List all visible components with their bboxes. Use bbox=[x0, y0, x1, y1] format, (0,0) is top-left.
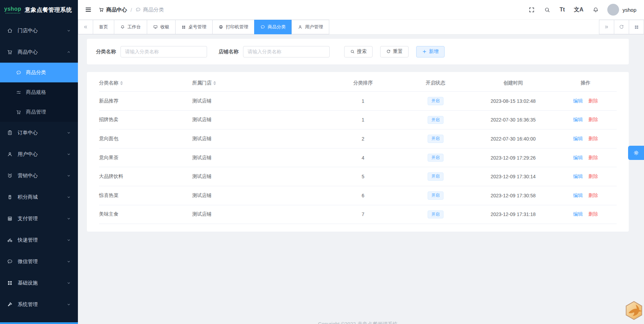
sidebar-item-wechat-manage[interactable]: 微信管理 bbox=[0, 251, 78, 272]
delete-link[interactable]: 删除 bbox=[588, 136, 598, 141]
tabs-scroll-right-icon[interactable] bbox=[599, 20, 614, 34]
delete-link[interactable]: 删除 bbox=[588, 155, 598, 160]
column-header-category-name[interactable]: 分类名称 bbox=[99, 74, 192, 92]
home-icon bbox=[7, 28, 13, 34]
sort-icon[interactable] bbox=[120, 81, 123, 85]
settings-gear-button[interactable] bbox=[628, 146, 644, 160]
add-button[interactable]: 新增 bbox=[416, 46, 445, 57]
search-icon[interactable] bbox=[543, 6, 551, 14]
avatar[interactable] bbox=[607, 4, 619, 16]
sidebar-item-product-manage[interactable]: 商品管理 bbox=[0, 102, 78, 122]
bell-icon[interactable] bbox=[592, 6, 600, 14]
cell-order: 1 bbox=[327, 92, 399, 111]
cell-category-name: 惊喜热菜 bbox=[99, 186, 192, 205]
tab-cashier[interactable]: 收银 bbox=[147, 20, 176, 34]
grid-icon bbox=[7, 280, 13, 286]
category-name-label: 分类名称 bbox=[96, 48, 116, 55]
edit-link[interactable]: 编辑 bbox=[573, 211, 583, 217]
layout-grid-icon[interactable] bbox=[629, 20, 644, 34]
sidebar-item-delivery-manage[interactable]: 快递管理 bbox=[0, 229, 78, 251]
sliders-icon bbox=[16, 90, 21, 95]
chat-bubble-icon bbox=[7, 259, 13, 264]
logo-text: yshop bbox=[4, 6, 21, 12]
chevron-down-icon bbox=[66, 281, 71, 285]
sidebar-item-product-category[interactable]: 商品分类 bbox=[0, 63, 78, 82]
tab-label: 商品分类 bbox=[268, 24, 286, 30]
sidebar-item-marketing-center[interactable]: 营销中心 bbox=[0, 165, 78, 186]
tabs-scroll-left-icon[interactable] bbox=[78, 20, 93, 34]
breadcrumb: 商品中心 / 商品分类 bbox=[99, 7, 164, 13]
status-badge: 开启 bbox=[428, 172, 444, 181]
breadcrumb-parent[interactable]: 商品中心 bbox=[99, 7, 127, 13]
sidebar-menu: 门店中心 商品中心 商品分类 商品规格 商品管理 bbox=[0, 20, 78, 315]
sidebar-item-product-spec[interactable]: 商品规格 bbox=[0, 82, 78, 102]
calculator-icon bbox=[7, 216, 13, 222]
edit-link[interactable]: 编辑 bbox=[573, 192, 583, 198]
tab-home[interactable]: 首页 bbox=[93, 20, 114, 34]
delete-link[interactable]: 删除 bbox=[588, 192, 598, 198]
sidebar-item-points-mall[interactable]: 积分商城 bbox=[0, 186, 78, 208]
yshop-logo: yshop bbox=[4, 6, 21, 14]
tabs-bar: 首页 工作台 收银 桌号管理 打印机管理 商品分类 bbox=[78, 20, 644, 35]
tab-label: 桌号管理 bbox=[188, 24, 206, 30]
sidebar-item-payment-manage[interactable]: 支付管理 bbox=[0, 208, 78, 229]
tab-printer-manage[interactable]: 打印机管理 bbox=[212, 20, 254, 34]
tab-label: 工作台 bbox=[127, 24, 141, 30]
edit-link[interactable]: 编辑 bbox=[573, 136, 583, 141]
sidebar-item-label: 微信管理 bbox=[18, 258, 38, 265]
cell-status: 开启 bbox=[399, 110, 472, 129]
edit-link[interactable]: 编辑 bbox=[573, 173, 583, 179]
table-row: 惊喜热菜 测试店铺 6 开启 2023-12-09 17:30:58 编辑删除 bbox=[99, 186, 617, 205]
store-name-input[interactable] bbox=[243, 46, 330, 57]
column-header-store[interactable]: 所属门店 bbox=[192, 74, 327, 92]
sidebar-item-store-center[interactable]: 门店中心 bbox=[0, 20, 78, 41]
tab-table-number[interactable]: 桌号管理 bbox=[175, 20, 213, 34]
status-badge: 开启 bbox=[428, 135, 444, 143]
user-menu[interactable]: yshop bbox=[607, 4, 636, 16]
edit-link[interactable]: 编辑 bbox=[573, 155, 583, 160]
chevron-up-icon bbox=[66, 50, 71, 54]
sort-icon[interactable] bbox=[213, 81, 216, 85]
delete-link[interactable]: 删除 bbox=[588, 98, 598, 104]
edit-link[interactable]: 编辑 bbox=[573, 117, 583, 122]
cell-store: 测试店铺 bbox=[192, 129, 327, 148]
sidebar-item-user-center[interactable]: 用户中心 bbox=[0, 143, 78, 165]
status-badge: 开启 bbox=[428, 97, 444, 105]
sidebar-item-infrastructure[interactable]: 基础设施 bbox=[0, 272, 78, 294]
reset-button[interactable]: 重置 bbox=[380, 46, 409, 57]
sidebar-item-label: 积分商城 bbox=[18, 194, 38, 200]
sidebar-item-system-manage[interactable]: 系统管理 bbox=[0, 294, 78, 315]
delete-link[interactable]: 删除 bbox=[588, 211, 598, 217]
search-button[interactable]: 搜索 bbox=[344, 46, 373, 57]
cell-store: 测试店铺 bbox=[192, 110, 327, 129]
delete-link[interactable]: 删除 bbox=[588, 117, 598, 122]
user-icon bbox=[7, 151, 13, 157]
cell-created-time: 2022-07-30 16:36:35 bbox=[472, 110, 554, 129]
hamburger-icon[interactable] bbox=[83, 5, 93, 15]
sidebar-item-product-center[interactable]: 商品中心 bbox=[0, 41, 78, 63]
font-size-icon[interactable]: Tt bbox=[559, 6, 565, 14]
alarm-clock-icon bbox=[7, 173, 13, 179]
sidebar-item-label: 系统管理 bbox=[18, 301, 38, 308]
edit-link[interactable]: 编辑 bbox=[573, 98, 583, 104]
app-window: yshop 意象点餐管理系统 门店中心 商品中心 商品分类 bbox=[0, 0, 644, 324]
cell-actions: 编辑删除 bbox=[555, 167, 617, 186]
sidebar-scrollbar[interactable] bbox=[0, 322, 78, 324]
cell-order: 4 bbox=[327, 148, 399, 167]
bird-hexagon-badge-icon[interactable] bbox=[625, 301, 643, 320]
delete-link[interactable]: 删除 bbox=[588, 173, 598, 179]
cell-created-time: 2023-08-15 13:02:48 bbox=[472, 92, 554, 111]
tab-label: 首页 bbox=[99, 24, 108, 30]
sidebar-item-order-center[interactable]: 订单中心 bbox=[0, 122, 78, 143]
tab-label: 收银 bbox=[160, 24, 169, 30]
cell-category-name: 意向面包 bbox=[99, 129, 192, 148]
tab-product-category[interactable]: 商品分类 bbox=[254, 20, 292, 34]
plus-icon bbox=[422, 49, 427, 54]
tab-workbench[interactable]: 工作台 bbox=[114, 20, 147, 34]
refresh-icon[interactable] bbox=[614, 20, 629, 34]
translate-icon[interactable]: 文A bbox=[573, 6, 584, 14]
user-icon bbox=[298, 25, 303, 29]
fullscreen-icon[interactable] bbox=[528, 6, 536, 14]
tab-user-manage[interactable]: 用户管理 bbox=[292, 20, 329, 34]
category-name-input[interactable] bbox=[120, 46, 207, 57]
